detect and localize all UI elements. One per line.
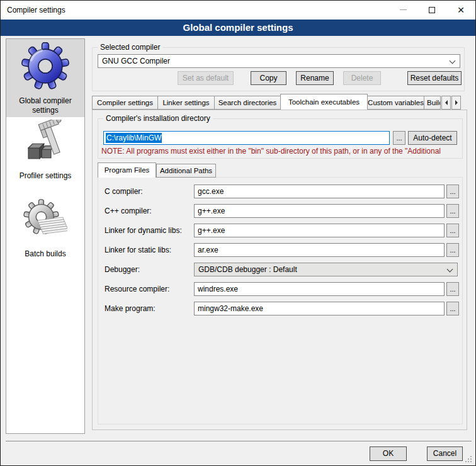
tab-scroll-left-button[interactable]: [441, 96, 451, 110]
browse-linker-static-button[interactable]: ...: [446, 243, 459, 257]
field-row-cpp-compiler: C++ compiler: ...: [98, 204, 462, 218]
settings-tabbar: Compiler settings Linker settings Search…: [92, 96, 461, 110]
rename-button[interactable]: Rename: [296, 71, 334, 85]
chevron-down-icon: [450, 58, 456, 64]
install-dir-selected-text: C:\raylib\MinGW: [106, 133, 162, 143]
field-row-linker-static: Linker for static libs: ...: [98, 243, 462, 257]
arrow-right-icon: [455, 100, 458, 105]
browse-linker-dynamic-button[interactable]: ...: [446, 224, 459, 237]
c-compiler-input[interactable]: [194, 185, 445, 198]
delete-button: Delete: [343, 71, 381, 85]
minimize-button[interactable]: [388, 1, 417, 19]
chevron-down-icon: [447, 266, 453, 273]
tab-compiler-settings[interactable]: Compiler settings: [92, 96, 158, 110]
copy-button[interactable]: Copy: [251, 71, 286, 85]
tab-build-options[interactable]: Build options: [424, 96, 441, 110]
caliper-icon: [23, 120, 68, 168]
browse-cpp-compiler-button[interactable]: ...: [446, 204, 459, 218]
subtab-program-files[interactable]: Program Files: [98, 162, 156, 178]
group-label: Selected compiler: [98, 43, 162, 52]
selected-compiler-group: Selected compiler GNU GCC Compiler Set a…: [92, 47, 465, 91]
tab-linker-settings[interactable]: Linker settings: [158, 96, 215, 110]
minimize-icon: [400, 9, 407, 10]
ok-button[interactable]: OK: [370, 446, 407, 461]
gray-gear-builds-icon: [23, 199, 67, 246]
footer-divider: [6, 441, 472, 441]
resource-compiler-input[interactable]: [194, 282, 445, 296]
toolchain-executables-panel: Compiler's installation directory C:\ray…: [92, 110, 467, 430]
debugger-select-value: GDB/CDB debugger : Default: [198, 265, 297, 274]
auto-detect-button[interactable]: Auto-detect: [408, 131, 457, 145]
field-label: Resource compiler:: [105, 285, 169, 293]
titlebar[interactable]: Compiler settings ×: [1, 1, 475, 20]
browse-make-program-button[interactable]: ...: [446, 302, 459, 315]
resize-grip-dots: [465, 456, 467, 457]
field-label: Linker for dynamic libs:: [105, 226, 182, 235]
arrow-left-icon: [445, 100, 448, 105]
tab-custom-variables[interactable]: Custom variables: [368, 96, 424, 110]
tab-toolchain-executables[interactable]: Toolchain executables: [280, 94, 368, 110]
field-row-c-compiler: C compiler: ...: [98, 185, 462, 198]
installation-directory-group: Compiler's installation directory C:\ray…: [98, 118, 463, 159]
maximize-icon: [429, 7, 435, 13]
install-dir-input[interactable]: C:\raylib\MinGW: [103, 131, 390, 145]
program-files-panel: C compiler: ... C++ compiler: ... Linker…: [98, 177, 463, 424]
field-label: C compiler:: [105, 187, 143, 196]
reset-defaults-button[interactable]: Reset defaults: [407, 71, 462, 85]
tab-search-directories[interactable]: Search directories: [215, 96, 281, 110]
field-label: Linker for static libs:: [105, 246, 171, 254]
field-row-debugger: Debugger: GDB/CDB debugger : Default: [98, 263, 462, 276]
field-row-make-program: Make program: ...: [98, 302, 462, 315]
page-title: Global compiler settings: [1, 20, 475, 36]
sidebar-item-label: Global compiler settings: [6, 96, 84, 115]
sidebar-item-label: Profiler settings: [20, 171, 72, 181]
window-title: Compiler settings: [7, 6, 65, 14]
browse-c-compiler-button[interactable]: ...: [446, 185, 459, 198]
close-icon: ×: [457, 4, 464, 16]
blue-gear-icon: [21, 42, 69, 93]
maximize-button[interactable]: [417, 1, 446, 19]
compiler-select[interactable]: GNU GCC Compiler: [98, 54, 460, 68]
resize-grip[interactable]: [465, 456, 472, 463]
cancel-button[interactable]: Cancel: [427, 446, 463, 461]
sidebar-item-profiler-settings[interactable]: Profiler settings: [6, 118, 84, 184]
linker-dynamic-input[interactable]: [194, 224, 445, 237]
browse-dir-button[interactable]: ...: [393, 131, 405, 145]
sidebar-item-batch-builds[interactable]: Batch builds: [6, 195, 84, 261]
browse-resource-compiler-button[interactable]: ...: [446, 282, 459, 296]
sidebar-item-label: Batch builds: [25, 249, 65, 259]
field-row-resource-compiler: Resource compiler: ...: [98, 282, 462, 296]
settings-category-list: Global compiler settings: [6, 38, 85, 434]
set-as-default-button: Set as default: [178, 71, 234, 85]
debugger-select[interactable]: GDB/CDB debugger : Default: [194, 263, 458, 276]
sidebar-item-global-compiler-settings[interactable]: Global compiler settings: [6, 39, 84, 117]
field-label: C++ compiler:: [105, 207, 152, 215]
bin-subdirectory-note: NOTE: All programs must exist either in …: [101, 147, 462, 156]
field-label: Make program:: [105, 304, 156, 313]
make-program-input[interactable]: [194, 302, 445, 315]
field-row-linker-dynamic: Linker for dynamic libs: ...: [98, 224, 462, 237]
tab-scroll-right-button[interactable]: [451, 96, 461, 110]
compiler-settings-window: Compiler settings × Global compiler sett…: [0, 0, 476, 466]
field-label: Debugger:: [105, 265, 140, 274]
cpp-compiler-input[interactable]: [194, 204, 445, 218]
subtab-additional-paths[interactable]: Additional Paths: [156, 164, 216, 178]
group-label: Compiler's installation directory: [103, 114, 213, 123]
compiler-select-value: GNU GCC Compiler: [102, 57, 170, 65]
linker-static-input[interactable]: [194, 243, 445, 257]
close-button[interactable]: ×: [446, 1, 475, 19]
